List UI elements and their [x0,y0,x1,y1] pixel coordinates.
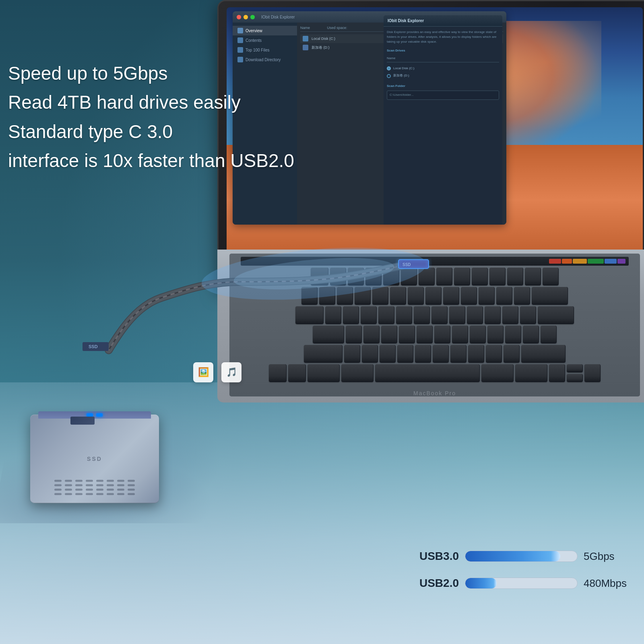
key-3[interactable] [355,287,371,305]
scan-folder-input[interactable]: C:\Users\folder... [387,91,499,100]
key-bracket-r[interactable] [520,306,536,324]
key-1[interactable] [319,287,335,305]
key-period[interactable] [486,345,502,363]
sidebar-item-contents[interactable]: Contents [233,35,297,45]
sidebar-item-top100[interactable]: Top 100 Files [233,45,297,55]
usb2-label: USB2.0 [419,577,459,590]
key-u[interactable] [431,306,448,324]
key-f8[interactable] [454,268,470,285]
key-h[interactable] [434,326,450,343]
key-f11[interactable] [507,268,523,285]
key-quote[interactable] [523,326,539,343]
key-e[interactable] [361,306,377,324]
key-7[interactable] [425,287,442,305]
key-8[interactable] [443,287,459,305]
key-x[interactable] [362,345,378,363]
key-c[interactable] [380,345,396,363]
usb2-bar-track [465,578,578,589]
key-f6[interactable] [419,268,435,285]
key-minus[interactable] [496,287,512,305]
key-f2[interactable] [348,268,364,285]
key-f1[interactable] [330,268,346,285]
sidebar-item-overview[interactable]: Overview [233,26,297,35]
key-f9[interactable] [472,268,488,285]
key-f5[interactable] [401,268,417,285]
key-backslash[interactable] [541,326,557,343]
key-s[interactable] [363,326,380,343]
key-2[interactable] [337,287,353,305]
key-6[interactable] [408,287,424,305]
minimize-dot[interactable] [244,15,248,19]
key-space[interactable] [375,364,480,382]
key-o[interactable] [467,306,483,324]
key-fn[interactable] [269,364,287,382]
key-g[interactable] [417,326,433,343]
key-4[interactable] [372,287,388,305]
key-f7[interactable] [436,268,452,285]
key-control[interactable] [288,364,306,382]
key-t[interactable] [396,306,412,324]
key-j[interactable] [452,326,468,343]
key-bracket-l[interactable] [502,306,518,324]
key-f12[interactable] [525,268,541,285]
key-arrow-down[interactable] [567,374,583,382]
key-f[interactable] [399,326,415,343]
key-z[interactable] [344,345,360,363]
maximize-dot[interactable] [250,15,255,19]
key-f3[interactable] [365,268,382,285]
key-f4[interactable] [383,268,399,285]
iobit-description-text: Disk Explorer provides an easy and effec… [387,30,499,44]
key-option-right[interactable] [515,364,547,382]
key-k[interactable] [470,326,486,343]
touchbar[interactable] [241,257,629,266]
key-shift-right[interactable] [521,345,566,363]
key-m[interactable] [450,345,466,363]
key-w[interactable] [343,306,359,324]
key-backspace[interactable] [532,287,568,305]
key-option[interactable] [308,364,340,382]
key-a[interactable] [346,326,362,343]
key-power[interactable] [543,268,559,285]
key-d[interactable] [381,326,397,343]
key-y[interactable] [414,306,430,324]
key-0[interactable] [479,287,495,305]
key-tab[interactable] [295,306,324,324]
key-9[interactable] [461,287,477,305]
scan-item-d[interactable]: 新加卷 (D:) [387,72,499,80]
key-equals[interactable] [514,287,530,305]
vent-10 [65,484,72,486]
key-arrow-up[interactable] [567,364,583,372]
key-b[interactable] [415,345,431,363]
key-shift-left[interactable] [304,345,343,363]
key-r[interactable] [378,306,394,324]
kb-row-qwerty [233,306,637,324]
key-i[interactable] [449,306,465,324]
key-n[interactable] [433,345,449,363]
vent-25 [54,493,62,495]
key-l[interactable] [487,326,504,343]
key-command-right[interactable] [481,364,514,382]
key-caps-lock[interactable] [313,326,344,343]
scan-radio-c[interactable] [387,66,391,70]
key-p[interactable] [485,306,501,324]
key-v[interactable] [397,345,413,363]
key-arrow-right[interactable] [584,364,601,382]
close-dot[interactable] [237,15,241,19]
key-comma[interactable] [468,345,484,363]
key-command-left[interactable] [341,364,374,382]
key-arrow-left[interactable] [549,364,565,382]
key-f10[interactable] [489,268,506,285]
key-slash[interactable] [504,345,520,363]
key-q[interactable] [325,306,341,324]
vent-26 [65,493,72,495]
size-col-header: Used space: [327,26,347,30]
key-esc[interactable] [311,268,328,285]
scan-item-c[interactable]: Local Disk (C:) [387,65,499,72]
key-semicolon[interactable] [505,326,521,343]
scan-radio-d[interactable] [387,74,391,78]
key-5[interactable] [390,287,406,305]
sidebar-top100-label: Top 100 Files [246,48,269,52]
usb3-label: USB3.0 [419,550,459,563]
key-enter[interactable] [538,306,574,324]
key-backtick[interactable] [301,287,318,305]
